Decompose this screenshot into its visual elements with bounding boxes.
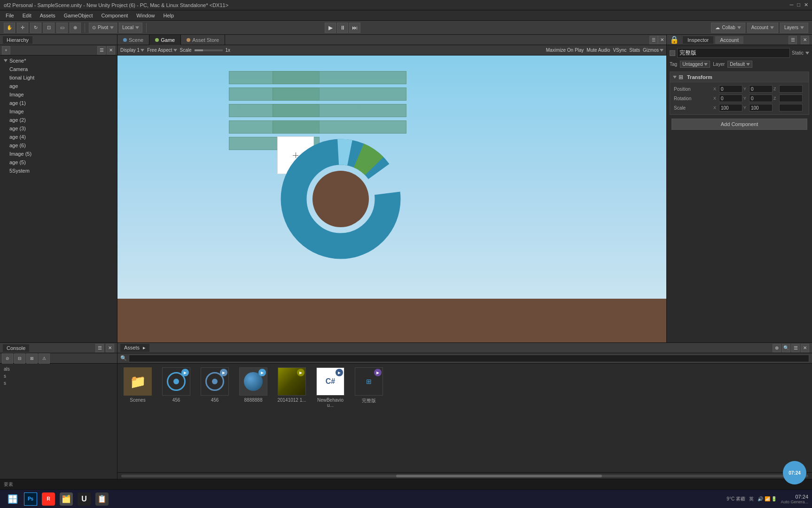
play-button[interactable]: ▶ [325,23,336,33]
hierarchy-image5[interactable]: Image (5) [0,150,117,158]
vsync[interactable]: VSync [613,48,626,53]
step-button[interactable]: ⏭ [349,23,360,33]
scale-control[interactable]: Scale 1x [180,48,231,53]
menu-window[interactable]: Window [133,12,158,19]
transform-header[interactable]: ⊞ Transform [670,72,809,82]
assets-close-btn[interactable]: ✕ [801,344,809,352]
tag-select[interactable]: Untagged [680,61,710,68]
hierarchy-scene[interactable]: Scene* [0,56,117,65]
hierarchy-extra[interactable] [0,175,117,183]
menu-edit[interactable]: Edit [19,12,35,19]
taskbar-app5[interactable]: 📋 [94,492,109,507]
asset-texture[interactable]: ▶ 20141012 1... [275,367,308,403]
asset-456a[interactable]: ▶ 456 [160,367,193,403]
hierarchy-image2[interactable]: Image [0,107,117,116]
hierarchy-image1[interactable]: Image [0,90,117,99]
asset-sphere[interactable]: ▶ 8888888 [237,367,270,403]
taskbar-photoshop[interactable]: Ps [23,492,38,507]
assets-scrollbar[interactable] [117,472,812,479]
console-clear-btn[interactable]: ⊘ [2,353,13,364]
maximize-on-play[interactable]: Maximize On Play [546,48,584,53]
assets-options-btn[interactable]: ⊕ [773,344,781,352]
scene-tab[interactable]: Scene [117,35,149,45]
scroll-thumb[interactable] [396,475,602,477]
local-dropdown[interactable]: Local [119,23,142,33]
account-button[interactable]: Account [747,23,778,33]
hierarchy-add-btn[interactable]: + [2,46,10,55]
rot-x-input[interactable] [719,95,742,102]
rot-z-input[interactable] [779,95,803,102]
pause-button[interactable]: ⏸ [337,23,348,33]
tool-hand[interactable]: ✋ [4,23,15,33]
tool-scale[interactable]: ⊡ [43,23,55,33]
hierarchy-camera[interactable]: Camera [0,65,117,73]
console-tab[interactable]: Console [3,344,29,352]
console-errors-btn[interactable]: ⊠ [26,353,38,364]
add-component-button[interactable]: Add Component [671,119,807,130]
menu-assets[interactable]: Assets [36,12,59,19]
console-item-3[interactable]: s [2,380,115,387]
menu-gameobject[interactable]: GameObject [60,12,97,19]
console-options-btn[interactable]: ☰ [95,344,104,352]
scale-x-input[interactable] [719,104,742,111]
hierarchy-dirlight[interactable]: tional Light [0,73,117,82]
assets-search-btn[interactable]: 🔍 [782,344,790,352]
obj-name[interactable]: 完整版 [677,48,790,58]
inspector-options-btn[interactable]: ☰ [789,36,797,44]
close-btn[interactable]: ✕ [804,2,808,8]
asset-scenes[interactable]: 📁 Scenes [121,367,154,403]
gizmos[interactable]: Gizmos [643,48,664,53]
tool-move[interactable]: ✛ [17,23,28,33]
menu-file[interactable]: File [2,12,18,19]
layer-select[interactable]: Default [727,61,752,68]
menu-help[interactable]: Help [159,12,178,19]
view-close-btn[interactable]: ✕ [658,36,666,44]
pos-x-input[interactable] [719,85,742,93]
sys-tray-lang[interactable]: 英 [749,496,754,502]
inspector-lock-icon[interactable]: 🔒 [670,35,679,44]
inspector-tab[interactable]: Inspector [683,36,713,44]
layers-button[interactable]: Layers [780,23,808,33]
game-tab[interactable]: Game [149,35,181,45]
asset-store-tab[interactable]: Asset Store [181,35,225,45]
taskbar-app2[interactable]: R [41,492,56,507]
tool-rotate[interactable]: ↻ [30,23,41,33]
console-item-2[interactable]: s [2,373,115,380]
inspector-close-btn[interactable]: ✕ [801,36,809,44]
tool-rect[interactable]: ▭ [56,23,68,33]
hierarchy-tab[interactable]: Hierarchy [3,36,32,44]
assets-view-btn[interactable]: ☰ [791,344,800,352]
hierarchy-age6[interactable]: age (6) [0,141,117,150]
hierarchy-age2[interactable]: age (2) [0,116,117,124]
maximize-btn[interactable]: □ [797,2,800,8]
hierarchy-age4[interactable]: age (4) [0,133,117,141]
aspect-dropdown[interactable]: Free Aspect [147,48,177,53]
taskbar-unity[interactable]: U [77,492,92,507]
hierarchy-options-btn[interactable]: ☰ [97,46,106,55]
console-warnings-btn[interactable]: ⚠ [39,353,50,364]
asset-456b[interactable]: ▶ 456 [198,367,231,403]
tool-transform[interactable]: ⊕ [70,23,81,33]
taskbar-explorer[interactable]: 🗂️ [59,492,74,507]
taskbar-start[interactable] [5,492,20,507]
console-close-btn[interactable]: ✕ [106,344,114,352]
collab-button[interactable]: ☁ Collab [711,23,745,33]
console-collapse-btn[interactable]: ⊟ [14,353,25,364]
pos-z-input[interactable] [779,85,803,93]
minimize-btn[interactable]: ─ [790,2,794,8]
display-dropdown[interactable]: Display 1 [120,48,144,53]
hierarchy-age5[interactable]: age (5) [0,158,117,167]
hierarchy-age3[interactable]: age (3) [0,124,117,133]
hierarchy-age1a[interactable]: age (1) [0,99,117,107]
clock-badge[interactable]: 07:24 [783,461,806,484]
scale-z-input[interactable] [779,104,803,111]
menu-component[interactable]: Component [97,12,132,19]
obj-active-checkbox[interactable] [670,50,675,56]
asset-csharp[interactable]: C# ▶ NewBehaviou... [314,367,347,408]
rot-y-input[interactable] [749,95,773,102]
hierarchy-age1[interactable]: age [0,82,117,90]
assets-search-input[interactable] [129,355,809,362]
hierarchy-psystem[interactable]: 5System [0,167,117,175]
console-item-1[interactable]: als [2,365,115,373]
scale-y-input[interactable] [749,104,773,111]
